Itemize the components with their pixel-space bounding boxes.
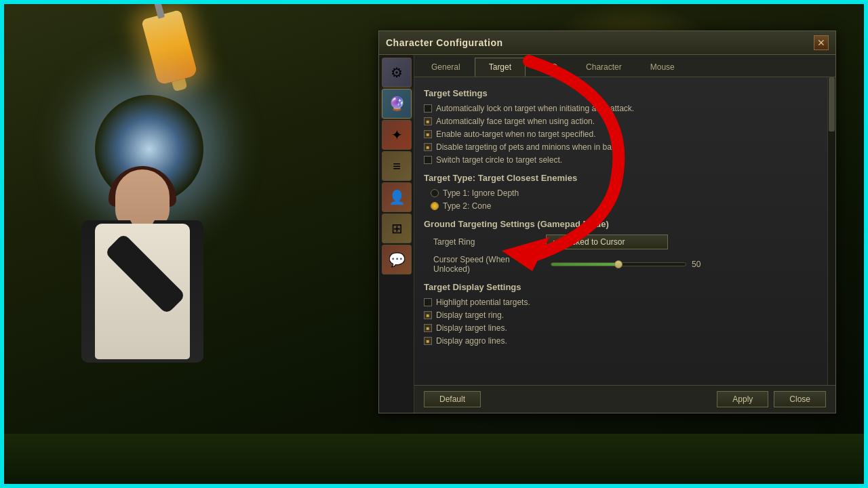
character-area: [0, 0, 380, 488]
sidebar-icon-gear[interactable]: ⚙: [382, 58, 412, 87]
target-type-header: Target Type: Target Closest Enemies: [424, 173, 818, 183]
target-settings-header: Target Settings: [424, 88, 818, 98]
cursor-speed-value: 50: [692, 260, 709, 269]
checkbox-row-2: Enable auto-target when no target specif…: [424, 129, 818, 139]
display-checkbox-row-3: Display aggro lines.: [424, 336, 818, 346]
target-ring-row: Target Ring ▶ Locked to Cursor: [424, 235, 818, 249]
tab-general[interactable]: General: [417, 58, 475, 77]
tab-mouse[interactable]: Mouse: [636, 58, 689, 77]
display-checkbox-label-0: Highlight potential targets.: [436, 298, 530, 307]
apply-button[interactable]: Apply: [717, 391, 768, 407]
sidebar-icon-person[interactable]: 👤: [382, 182, 412, 212]
cursor-speed-row: Cursor Speed (When Unlocked) 50: [424, 255, 818, 274]
radio-row-0: Type 1: Ignore Depth: [431, 188, 818, 198]
display-checkbox-3[interactable]: [424, 337, 432, 345]
dropdown-value: Locked to Cursor: [563, 237, 625, 247]
checkbox-row-3: Disable targeting of pets and minions wh…: [424, 142, 818, 152]
display-checkbox-2[interactable]: [424, 324, 432, 332]
character-config-dialog: Character Configuration ✕ ⚙ 🔮 ✦ ≡ 👤 ⊞ 💬 …: [378, 30, 836, 413]
content-scroll[interactable]: Target Settings Automatically lock on ta…: [414, 77, 827, 385]
target-display-header: Target Display Settings: [424, 282, 818, 292]
radio-0[interactable]: [431, 189, 439, 197]
scroll-thumb: [829, 77, 835, 131]
checkbox-label-0: Automatically lock on target when initia…: [436, 104, 634, 113]
tab-character[interactable]: Character: [572, 58, 636, 77]
sidebar-icons: ⚙ 🔮 ✦ ≡ 👤 ⊞ 💬: [379, 55, 414, 413]
checkbox-4[interactable]: [424, 156, 432, 164]
dropdown-arrow-icon: ▶: [553, 239, 559, 246]
sidebar-icon-settings[interactable]: ≡: [382, 151, 412, 181]
sidebar-icon-grid[interactable]: ⊞: [382, 214, 412, 243]
dialog-close-button[interactable]: Close: [774, 391, 826, 407]
cursor-speed-slider[interactable]: [551, 262, 686, 266]
radio-label-0: Type 1: Ignore Depth: [443, 188, 519, 198]
close-button[interactable]: ✕: [814, 35, 829, 50]
ground-targeting-header: Ground Targeting Settings (Gamepad Mode): [424, 219, 818, 229]
cursor-speed-label: Cursor Speed (When Unlocked): [433, 255, 545, 274]
display-checkbox-label-3: Display aggro lines.: [436, 336, 507, 346]
checkbox-row-1: Automatically face target when using act…: [424, 117, 818, 126]
display-checkbox-label-1: Display target ring.: [436, 310, 504, 320]
scroll-indicator[interactable]: [827, 77, 835, 385]
sidebar-icon-target[interactable]: ✦: [382, 120, 412, 150]
display-checkbox-row-1: Display target ring.: [424, 310, 818, 320]
checkbox-label-4: Switch target circle to target select.: [436, 155, 562, 165]
main-content: General Target HUD Character Mouse Targe…: [414, 55, 835, 413]
target-ring-dropdown[interactable]: ▶ Locked to Cursor: [546, 235, 668, 249]
checkbox-label-2: Enable auto-target when no target specif…: [436, 129, 596, 139]
display-checkbox-1[interactable]: [424, 311, 432, 319]
tab-hud[interactable]: HUD: [526, 58, 572, 77]
slider-thumb[interactable]: [614, 260, 623, 268]
checkbox-3[interactable]: [424, 143, 432, 151]
radio-row-1: Type 2: Cone: [431, 201, 818, 211]
display-checkbox-label-2: Display target lines.: [436, 323, 507, 333]
lantern: [141, 9, 198, 85]
sidebar-icon-potion[interactable]: 🔮: [382, 89, 412, 119]
dialog-footer: Default Apply Close: [414, 385, 835, 413]
dialog-title: Character Configuration: [386, 37, 503, 48]
checkbox-1[interactable]: [424, 117, 432, 125]
checkbox-0[interactable]: [424, 104, 432, 113]
dialog-body: ⚙ 🔮 ✦ ≡ 👤 ⊞ 💬 General Target HUD Charact…: [379, 55, 835, 413]
tab-target[interactable]: Target: [475, 58, 526, 77]
radio-label-1: Type 2: Cone: [443, 201, 491, 211]
checkbox-label-1: Automatically face target when using act…: [436, 117, 595, 126]
default-button[interactable]: Default: [424, 391, 481, 407]
dialog-titlebar: Character Configuration ✕: [379, 31, 835, 55]
sidebar-icon-chat[interactable]: 💬: [382, 245, 412, 274]
tabs-bar: General Target HUD Character Mouse: [414, 55, 835, 77]
display-checkbox-0[interactable]: [424, 298, 432, 306]
checkbox-row-0: Automatically lock on target when initia…: [424, 104, 818, 113]
checkbox-row-4: Switch target circle to target select.: [424, 155, 818, 165]
display-checkbox-row-0: Highlight potential targets.: [424, 298, 818, 307]
radio-1[interactable]: [431, 202, 439, 210]
target-ring-label: Target Ring: [424, 237, 546, 247]
display-checkbox-row-2: Display target lines.: [424, 323, 818, 333]
character-body: [41, 149, 231, 488]
checkbox-label-3: Disable targeting of pets and minions wh…: [436, 142, 625, 152]
slider-fill: [551, 263, 618, 266]
checkbox-2[interactable]: [424, 130, 432, 138]
